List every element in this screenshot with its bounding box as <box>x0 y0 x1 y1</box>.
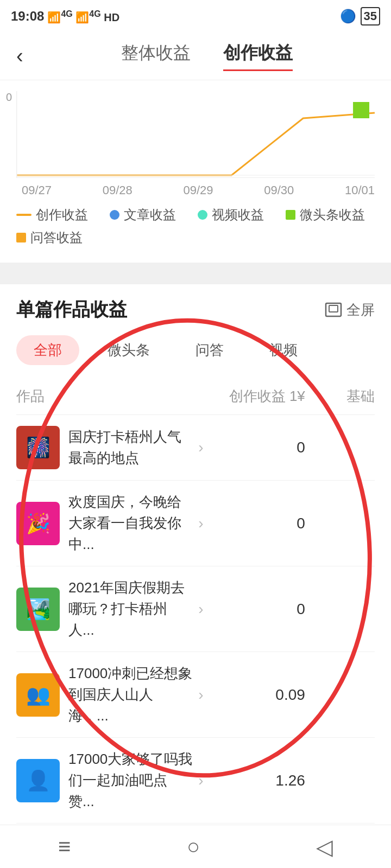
status-right: 🔵 35 <box>340 7 380 25</box>
legend-article: 文章收益 <box>110 206 176 224</box>
row-content-1: 🎉 欢度国庆，今晚给大家看一自我发你中... › <box>16 492 209 555</box>
table-row[interactable]: 👥 17000冲刺已经想象到国庆人山人海，... › 0.09 <box>16 652 375 738</box>
legend-weitu-icon <box>286 210 295 220</box>
row-arrow-2: › <box>198 601 203 618</box>
filter-qa[interactable]: 问答 <box>178 335 241 365</box>
earnings-section: 单篇作品收益 全屏 全部 微头条 问答 视频 作品 创作收益 1¥ 基础 🎆 国… <box>0 284 391 868</box>
x-label-5: 10/01 <box>345 183 375 197</box>
row-thumb-3: 👥 <box>16 673 60 717</box>
chart-x-labels: 09/27 09/28 09/29 09/30 10/01 <box>16 183 375 197</box>
col-header-basic: 基础 <box>311 387 375 406</box>
time: 19:08 <box>11 9 44 24</box>
nav-home-button[interactable]: ○ <box>187 834 200 859</box>
chart-section: 0 09/27 09/28 09/29 09/30 10/01 创作收益 文章收… <box>0 80 391 263</box>
table-row[interactable]: 🎉 欢度国庆，今晚给大家看一自我发你中... › 0 <box>16 481 375 566</box>
row-earnings-4: 1.26 <box>209 772 311 789</box>
row-arrow-3: › <box>198 686 203 704</box>
filter-all[interactable]: 全部 <box>16 335 79 365</box>
row-text-3: 17000冲刺已经想象到国庆人山人海，... <box>68 663 193 726</box>
x-label-1: 09/27 <box>22 183 52 197</box>
row-earnings-3: 0.09 <box>209 686 311 704</box>
row-arrow-1: › <box>198 515 203 532</box>
legend-weitu-label: 微头条收益 <box>300 206 365 224</box>
legend-qa-icon <box>16 233 26 242</box>
tab-creation-earnings[interactable]: 创作收益 <box>223 41 293 71</box>
legend-article-icon <box>110 210 119 220</box>
col-header-work: 作品 <box>16 387 209 406</box>
row-text-0: 国庆打卡梧州人气最高的地点 <box>68 426 193 469</box>
svg-rect-4 <box>329 305 338 312</box>
row-thumb-0: 🎆 <box>16 426 60 469</box>
filter-weitu[interactable]: 微头条 <box>90 335 167 365</box>
bluetooth-icon: 🔵 <box>340 9 356 24</box>
header: ‹ 整体收益 创作收益 <box>0 33 391 80</box>
nav-bar: ≡ ○ ◁ <box>0 825 391 868</box>
earnings-header: 单篇作品收益 全屏 <box>16 297 375 322</box>
status-left: 19:08 📶4G 📶4G HD <box>11 9 119 24</box>
svg-rect-0 <box>353 102 369 118</box>
row-text-4: 17000大家够了吗我们一起加油吧点赞... <box>68 749 193 812</box>
row-arrow-4: › <box>198 772 203 789</box>
legend-creation: 创作收益 <box>16 206 88 224</box>
legend-article-label: 文章收益 <box>124 206 176 224</box>
section-gap <box>0 273 391 284</box>
row-thumb-1: 🎉 <box>16 502 60 545</box>
legend-creation-icon <box>16 214 31 216</box>
table-row[interactable]: 🎆 国庆打卡梧州人气最高的地点 › 0 <box>16 415 375 481</box>
col-header-earnings: 创作收益 1¥ <box>209 387 311 406</box>
chart-y-label: 0 <box>6 91 12 104</box>
nav-menu-button[interactable]: ≡ <box>58 834 71 859</box>
table-rows: 🎆 国庆打卡梧州人气最高的地点 › 0 🎉 欢度国庆，今晚给大家看一自我发你中.… <box>16 415 375 868</box>
row-text-2: 2021年国庆假期去哪玩？打卡梧州人... <box>68 577 193 641</box>
chart-area: 0 <box>16 91 375 178</box>
legend-qa-label: 问答收益 <box>30 229 83 246</box>
x-label-4: 09/30 <box>264 183 294 197</box>
earnings-title: 单篇作品收益 <box>16 297 127 322</box>
battery: 35 <box>361 7 380 25</box>
signal-icons: 📶4G 📶4G HD <box>47 9 119 24</box>
tab-overall-earnings[interactable]: 整体收益 <box>121 41 191 71</box>
row-content-2: 🏞️ 2021年国庆假期去哪玩？打卡梧州人... › <box>16 577 209 641</box>
row-thumb-4: 👤 <box>16 759 60 802</box>
header-tabs: 整体收益 创作收益 <box>40 41 375 71</box>
chart-legend: 创作收益 文章收益 视频收益 微头条收益 问答收益 <box>16 206 375 246</box>
legend-video-icon <box>198 210 207 220</box>
row-text-1: 欢度国庆，今晚给大家看一自我发你中... <box>68 492 193 555</box>
fullscreen-label: 全屏 <box>346 301 375 320</box>
row-thumb-2: 🏞️ <box>16 588 60 631</box>
row-earnings-1: 0 <box>209 515 311 532</box>
legend-video: 视频收益 <box>198 206 264 224</box>
nav-back-button[interactable]: ◁ <box>316 834 333 859</box>
table-row[interactable]: 👤 17000大家够了吗我们一起加油吧点赞... › 1.26 <box>16 738 375 824</box>
legend-qa: 问答收益 <box>16 229 83 246</box>
fullscreen-button[interactable]: 全屏 <box>325 301 375 320</box>
filter-tabs: 全部 微头条 问答 视频 <box>16 335 375 365</box>
table-header: 作品 创作收益 1¥ 基础 <box>16 378 375 415</box>
back-button[interactable]: ‹ <box>16 44 23 68</box>
row-content-4: 👤 17000大家够了吗我们一起加油吧点赞... › <box>16 749 209 812</box>
row-content-0: 🎆 国庆打卡梧州人气最高的地点 › <box>16 426 209 469</box>
legend-weitu: 微头条收益 <box>286 206 365 224</box>
row-earnings-2: 0 <box>209 601 311 618</box>
status-bar: 19:08 📶4G 📶4G HD 🔵 35 <box>0 0 391 33</box>
row-content-3: 👥 17000冲刺已经想象到国庆人山人海，... › <box>16 663 209 726</box>
table-row[interactable]: 🏞️ 2021年国庆假期去哪玩？打卡梧州人... › 0 <box>16 566 375 652</box>
row-earnings-0: 0 <box>209 439 311 456</box>
filter-video[interactable]: 视频 <box>252 335 315 365</box>
x-label-3: 09/29 <box>183 183 213 197</box>
legend-creation-label: 创作收益 <box>36 206 88 224</box>
legend-video-label: 视频收益 <box>212 206 264 224</box>
fullscreen-icon <box>325 302 342 317</box>
chart-svg <box>17 91 375 178</box>
x-label-2: 09/28 <box>103 183 133 197</box>
row-arrow-0: › <box>198 439 203 456</box>
